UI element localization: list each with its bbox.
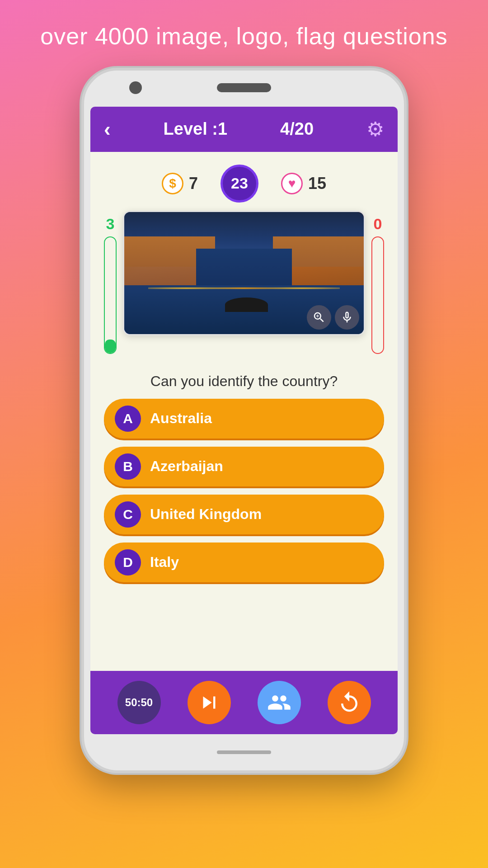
- question-text: Can you identify the country?: [150, 373, 338, 390]
- hearts-value: 15: [308, 174, 326, 193]
- bottom-bar: 50:50: [90, 671, 398, 734]
- image-row: 3: [104, 211, 384, 354]
- phone-bottom: [84, 734, 404, 770]
- stats-row: $ 7 23 ♥ 15: [90, 152, 398, 211]
- answer-text-c: United Kingdom: [150, 506, 262, 523]
- coins-stat: $ 7: [162, 173, 198, 194]
- zoom-icon: [312, 311, 326, 324]
- settings-icon[interactable]: ⚙: [366, 118, 384, 141]
- right-timer: 0: [371, 211, 384, 354]
- heart-icon: ♥: [281, 173, 303, 194]
- friends-button[interactable]: [258, 681, 301, 724]
- skip-button[interactable]: [188, 681, 231, 724]
- answer-text-d: Italy: [150, 554, 179, 571]
- answer-letter-d: D: [115, 549, 141, 576]
- game-area: 3: [90, 211, 398, 671]
- answer-letter-c: C: [115, 501, 141, 528]
- home-indicator: [217, 750, 271, 754]
- left-timer-fill: [105, 340, 116, 353]
- speaker: [217, 83, 271, 92]
- timer-badge: 23: [221, 165, 258, 203]
- right-timer-number: 0: [374, 215, 382, 233]
- camera: [129, 81, 142, 94]
- answers-list: A Australia B Azerbaijan C United Kingdo…: [104, 399, 384, 582]
- answer-option-b[interactable]: B Azerbaijan: [104, 447, 384, 486]
- left-timer-number: 3: [106, 215, 115, 233]
- answer-letter-b: B: [115, 453, 141, 480]
- question-image-container: [123, 211, 365, 335]
- phone-top: [84, 71, 404, 107]
- microphone-icon: [340, 311, 354, 324]
- left-timer-bar: [104, 236, 117, 354]
- header-progress: 4/20: [280, 119, 314, 139]
- back-button[interactable]: ‹: [104, 118, 111, 141]
- lights-layer: [148, 285, 340, 292]
- fifty-fifty-button[interactable]: 50:50: [117, 681, 161, 724]
- answer-option-a[interactable]: A Australia: [104, 399, 384, 439]
- phone-shell: ‹ Level :1 4/20 ⚙ $ 7 23 ♥ 15 3: [81, 68, 407, 773]
- right-timer-bar: [371, 236, 384, 354]
- answer-text-b: Azerbaijan: [150, 458, 223, 475]
- microphone-button[interactable]: [335, 305, 359, 330]
- phone-screen: ‹ Level :1 4/20 ⚙ $ 7 23 ♥ 15 3: [90, 107, 398, 734]
- left-timer: 3: [104, 211, 117, 354]
- hearts-stat: ♥ 15: [281, 173, 326, 194]
- replay-icon: [337, 690, 361, 715]
- skip-icon: [197, 690, 221, 715]
- app-header: ‹ Level :1 4/20 ⚙: [90, 107, 398, 152]
- answer-letter-a: A: [115, 406, 141, 432]
- zoom-button[interactable]: [307, 305, 331, 330]
- friends-icon: [267, 690, 291, 715]
- image-action-buttons: [307, 305, 359, 330]
- coin-icon: $: [162, 173, 183, 194]
- answer-option-d[interactable]: D Italy: [104, 542, 384, 582]
- app-tagline: over 4000 image, logo, flag questions: [40, 23, 447, 50]
- gondola: [225, 297, 268, 312]
- replay-button[interactable]: [328, 681, 371, 724]
- coins-value: 7: [189, 174, 198, 193]
- answer-option-c[interactable]: C United Kingdom: [104, 495, 384, 534]
- answer-text-a: Australia: [150, 410, 212, 427]
- header-title: Level :1: [164, 119, 228, 139]
